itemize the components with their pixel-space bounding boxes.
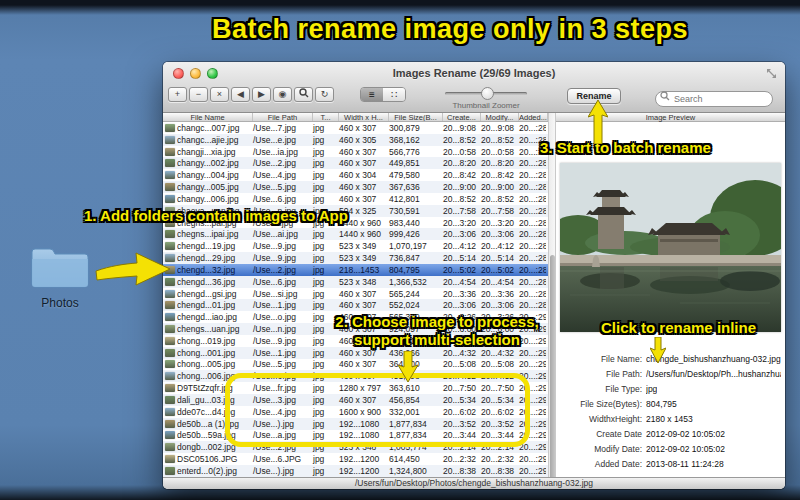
preview-button[interactable]: ◉ <box>273 87 292 102</box>
column-header[interactable]: File Name <box>163 113 253 121</box>
table-row[interactable]: chegns...ipai.jpg/Use...ai.jpgjpg1440 x … <box>163 228 548 240</box>
table-row[interactable]: chengd...36.jpg/Use...6.jpgjpg523 x 3481… <box>163 276 548 288</box>
refresh-button[interactable]: ↻ <box>315 87 334 102</box>
file-thumbnail <box>165 467 175 475</box>
file-thumbnail <box>165 349 175 357</box>
cell-created: 20...9:08 <box>441 123 479 133</box>
cell-size: 804,795 <box>387 265 441 275</box>
table-row[interactable]: changc...007.jpg/Use...7.jpgjpg460 x 307… <box>163 122 548 134</box>
table-scrollbar[interactable] <box>548 113 556 477</box>
fullscreen-icon[interactable] <box>766 68 777 79</box>
table-row[interactable]: de50b...59a.jpg/Use...a.jpgjpg192...1080… <box>163 430 548 442</box>
cell-path: /Use...a.jpg <box>251 430 311 440</box>
table-row[interactable]: enterd...0(2).jpg/Use...).jpgjpg192...12… <box>163 465 548 477</box>
metadata-value[interactable]: 2012-09-02 10:05:02 <box>646 429 725 439</box>
metadata-value[interactable]: 804,795 <box>646 399 677 409</box>
column-header[interactable]: File Size(B... <box>389 113 443 121</box>
column-header[interactable]: Create... <box>443 113 481 121</box>
photos-folder[interactable]: Photos <box>24 244 96 310</box>
cell-created: 20...2:32 <box>441 454 479 464</box>
search-button[interactable] <box>294 87 313 102</box>
column-header[interactable]: T... <box>313 113 339 121</box>
table-row[interactable]: changji...xia.jpg/Use...ia.jpgjpg460 x 3… <box>163 146 548 158</box>
scrollbar-thumb[interactable] <box>550 255 555 489</box>
file-thumbnail <box>165 266 175 274</box>
rename-button[interactable]: Rename <box>567 88 621 104</box>
table-row[interactable]: de50b...a (1).jpg/Use...).jpgjpg192...10… <box>163 418 548 430</box>
metadata-value[interactable]: 2180 x 1453 <box>646 414 693 424</box>
cell-dims: 460 x 307 <box>337 194 387 204</box>
metadata-row: Modify Date:2012-09-02 10:05:02 <box>560 441 781 456</box>
metadata-value[interactable]: jpg <box>646 384 657 394</box>
metadata-label: WidthxHeight: <box>560 414 646 424</box>
metadata-value[interactable]: chengde_bishushanzhuang-032.jpg <box>646 354 781 364</box>
cell-dims: 460 x 305 <box>337 135 387 145</box>
cell-modified: 20...4:32 <box>479 348 517 358</box>
table-row[interactable]: chengd...19.jpg/Use...9.jpgjpg523 x 3491… <box>163 240 548 252</box>
back-button[interactable]: ◀ <box>231 87 250 102</box>
metadata-value[interactable]: /Users/fun/Desktop/Ph...hushanzhuang-032… <box>646 369 781 379</box>
thumbnail-zoom-slider[interactable] <box>445 92 527 95</box>
table-row[interactable]: chong...006.jpg/Use...6.jpgjpg460 x 3074… <box>163 370 548 382</box>
add-button[interactable]: + <box>168 87 187 102</box>
cell-size: 999,426 <box>387 229 441 239</box>
cell-size: 412,801 <box>387 194 441 204</box>
forward-button[interactable]: ▶ <box>252 87 271 102</box>
cell-size: 456,854 <box>387 395 441 405</box>
table-row[interactable]: chengd...32.jpg/Use...2.jpgjpg218...1453… <box>163 264 548 276</box>
cell-name: changy...006.jpg <box>175 194 251 204</box>
file-thumbnail <box>165 301 175 309</box>
table-row[interactable]: dde07c...d4.jpg/Use...4.jpgjpg1600 x 900… <box>163 406 548 418</box>
search-input[interactable] <box>655 91 773 107</box>
column-header[interactable]: Added... <box>519 113 548 121</box>
table-row[interactable]: chong...005.jpg/Use...5.jpgjpg460 x 3073… <box>163 359 548 371</box>
close-window-icon[interactable] <box>173 68 184 79</box>
cell-added: 20...:28 <box>517 241 546 251</box>
table-row[interactable]: changy...004.jpg/Use...4.jpgjpg460 x 304… <box>163 169 548 181</box>
file-thumbnail <box>165 171 175 179</box>
column-header[interactable]: Width x H... <box>339 113 389 121</box>
minimize-window-icon[interactable] <box>190 68 201 79</box>
table-row[interactable]: D9T5tZzqfr.jpg/Use...fr.jpgjpg1280 x 797… <box>163 382 548 394</box>
metadata-value[interactable]: 2012-09-02 10:05:02 <box>646 444 725 454</box>
headline: Batch rename image only in 3 steps <box>100 14 800 45</box>
title-bar[interactable]: Images Rename (29/69 Images) <box>163 62 785 84</box>
table-row[interactable]: changy...006.jpg/Use...6.jpgjpg460 x 307… <box>163 193 548 205</box>
cell-size: 364,500 <box>387 359 441 369</box>
cell-modified: 20...6:02 <box>479 407 517 417</box>
list-view-icon[interactable]: ≡ <box>361 88 383 101</box>
search-icon <box>660 91 670 101</box>
cell-created: 20...3:44 <box>441 430 479 440</box>
file-thumbnail <box>165 278 175 286</box>
column-header[interactable]: File Path <box>253 113 313 121</box>
cell-dims: 523 x 348 <box>337 442 387 452</box>
cell-added: 20...:29 <box>517 371 546 381</box>
delete-button[interactable]: × <box>210 87 229 102</box>
table-row[interactable]: dongb...002.jpg/Use...2.jpgjpg523 x 3481… <box>163 441 548 453</box>
slider-knob[interactable] <box>481 87 494 100</box>
table-row[interactable]: changy...002.jpg/Use...2.jpgjpg460 x 307… <box>163 157 548 169</box>
table-row[interactable]: changc...ajie.jpg/Use...e.jpgjpg460 x 30… <box>163 134 548 146</box>
cell-path: /Use...9.jpg <box>251 241 311 251</box>
table-header: File NameFile PathT...Width x H...File S… <box>163 113 548 122</box>
table-row[interactable]: chengd...01.jpg/Use...1.jpgjpg460 x 3075… <box>163 299 548 311</box>
table-row[interactable]: chengd...gsi.jpg/Use...si.jpgjpg460 x 30… <box>163 288 548 300</box>
file-thumbnail <box>165 396 175 404</box>
remove-button[interactable]: − <box>189 87 208 102</box>
column-header[interactable]: Modify... <box>481 113 519 121</box>
cell-modified: 20...4:52 <box>479 371 517 381</box>
table-row[interactable]: chengd...29.jpg/Use...9.jpgjpg523 x 3497… <box>163 252 548 264</box>
metadata-label: File Size(Bytes): <box>560 399 646 409</box>
metadata-value[interactable]: 2013-08-11 11:24:28 <box>646 459 724 469</box>
cell-size: 367,636 <box>387 182 441 192</box>
table-row[interactable]: dali_gu...03.jpg/Use...3.jpgjpg460 x 307… <box>163 394 548 406</box>
metadata-list: File Name:chengde_bishushanzhuang-032.jp… <box>560 351 781 471</box>
zoom-window-icon[interactable] <box>207 68 218 79</box>
grid-view-icon[interactable]: ∷ <box>383 88 405 101</box>
file-thumbnail <box>165 337 175 345</box>
cell-size: 332,001 <box>387 407 441 417</box>
cell-modified: 20...3:06 <box>479 229 517 239</box>
cell-added: 20...:29 <box>517 454 546 464</box>
table-row[interactable]: DSC05106.JPG/Use...6.JPGjpg192...1200614… <box>163 453 548 465</box>
table-row[interactable]: changy...005.jpg/Use...5.jpgjpg460 x 307… <box>163 181 548 193</box>
